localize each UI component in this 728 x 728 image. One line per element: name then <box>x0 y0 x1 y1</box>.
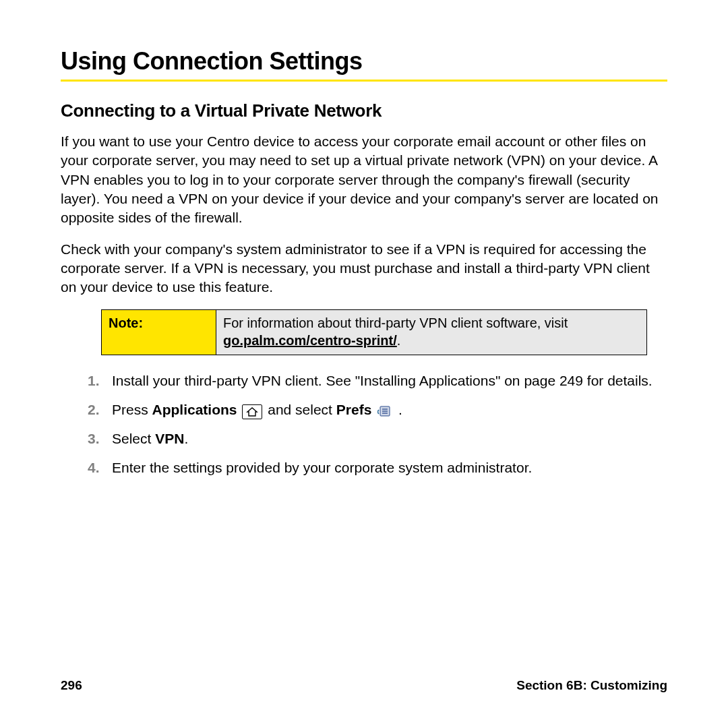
step-2: Press Applications and select Prefs . <box>88 400 667 420</box>
step-1: Install your third-party VPN client. See… <box>88 371 667 391</box>
intro-paragraph-1: If you want to use your Centro device to… <box>61 132 667 228</box>
step-2-applications-label: Applications <box>152 402 237 417</box>
step-2-text-and: and select <box>268 402 336 417</box>
note-label: Note: <box>102 309 216 355</box>
page-number: 296 <box>61 678 82 693</box>
step-3-vpn: VPN <box>155 431 184 446</box>
section-heading: Connecting to a Virtual Private Network <box>61 100 667 121</box>
steps-list: Install your third-party VPN client. See… <box>88 371 667 478</box>
note-link[interactable]: go.palm.com/centro-sprint/ <box>223 333 397 348</box>
prefs-icon <box>377 403 393 418</box>
note-text-after: . <box>397 333 401 348</box>
step-4: Enter the settings provided by your corp… <box>88 458 667 478</box>
step-2-text-end: . <box>394 402 402 417</box>
step-3-select: Select <box>112 431 155 446</box>
step-3-end: . <box>184 431 188 446</box>
step-3: Select VPN. <box>88 429 667 449</box>
step-2-prefs-label: Prefs <box>336 402 372 417</box>
note-callout: Note: For information about third-party … <box>101 309 647 355</box>
note-body: For information about third-party VPN cl… <box>216 309 647 355</box>
page-footer: 296 Section 6B: Customizing <box>61 678 667 693</box>
step-2-text-press: Press <box>112 402 152 417</box>
intro-paragraph-2: Check with your company's system adminis… <box>61 240 667 297</box>
section-label: Section 6B: Customizing <box>516 678 667 693</box>
home-icon <box>242 404 262 419</box>
page-title: Using Connection Settings <box>61 47 667 82</box>
note-text-before: For information about third-party VPN cl… <box>223 315 568 330</box>
